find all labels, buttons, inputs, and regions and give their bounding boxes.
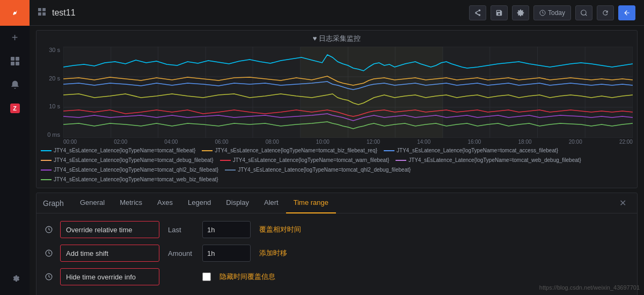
add-time-shift-row: Add time shift Amount 添加时移: [45, 244, 628, 263]
legend-item-9: JTY4_sEsLatence_Latence{logTypeName=tomc…: [41, 175, 218, 185]
topbar: test11 Today: [30, 0, 644, 26]
tab-display[interactable]: Display: [218, 193, 257, 213]
clock-icon-2: [45, 249, 60, 257]
svg-rect-1: [11, 57, 14, 61]
svg-rect-6: [42, 8, 46, 11]
chart-svg: [63, 47, 633, 138]
amount-label: Amount: [159, 249, 202, 257]
override-chinese-text: 覆盖相对时间: [259, 225, 301, 234]
grid-icon: [38, 8, 46, 17]
graph-editor-header: Graph General Metrics Axes Legend Displa…: [36, 193, 637, 213]
legend-item-3: JTY4_sEsLatence_Latence{logTypeName=tomc…: [384, 146, 558, 156]
legend-item-5: JTY4_sEsLatence_Latence{logTypeName=tomc…: [220, 156, 390, 165]
svg-rect-2: [16, 57, 19, 61]
y-label-low: 10 s: [36, 103, 60, 109]
tab-axes[interactable]: Axes: [150, 193, 180, 213]
hide-override-checkbox[interactable]: [202, 272, 211, 281]
hide-time-override-label: Hide time override info: [60, 268, 159, 285]
last-input[interactable]: [202, 221, 251, 238]
svg-rect-8: [42, 12, 46, 16]
sidebar-dashboard[interactable]: [0, 49, 30, 73]
svg-rect-4: [16, 62, 19, 65]
hide-chinese-text: 隐藏时间覆盖信息: [219, 272, 275, 282]
time-range-content: Override relative time Last 覆盖相对时间 Add t…: [36, 213, 637, 295]
sidebar-z[interactable]: Z: [0, 97, 30, 120]
clock-icon-1: [45, 226, 60, 233]
main-content: test11 Today ♥ 日志采集监控: [30, 0, 644, 295]
timeshift-chinese-text: 添加时移: [259, 248, 287, 258]
chart-panel: ♥ 日志采集监控 30 s 20 s 10 s 0 ms: [36, 30, 638, 188]
tab-alert[interactable]: Alert: [257, 193, 286, 213]
graph-editor: Graph General Metrics Axes Legend Displa…: [36, 193, 638, 295]
sidebar: + Z: [0, 0, 30, 295]
search-button[interactable]: [575, 5, 592, 20]
add-time-shift-label: Add time shift: [60, 245, 159, 262]
legend-item-6: JTY4_sEsLatence_Latence{logTypeName=tomc…: [396, 156, 581, 165]
graph-label: Graph: [43, 199, 64, 208]
today-label: Today: [548, 9, 565, 17]
sidebar-add[interactable]: +: [0, 26, 30, 49]
tab-time-range[interactable]: Time range: [286, 193, 336, 213]
y-label-mid: 20 s: [36, 75, 60, 82]
legend-item-2: JTY4_sEsLatence_Latence{logTypeName=tomc…: [202, 146, 377, 156]
chart-y-labels: 30 s 20 s 10 s 0 ms: [36, 47, 62, 138]
y-label-zero: 0 ms: [36, 131, 60, 138]
tab-metrics[interactable]: Metrics: [112, 193, 150, 213]
last-label: Last: [159, 226, 202, 234]
app-logo: [0, 0, 30, 26]
sidebar-settings[interactable]: [0, 267, 30, 291]
svg-rect-30: [301, 47, 443, 138]
close-button[interactable]: ✕: [615, 196, 631, 210]
tab-legend[interactable]: Legend: [180, 193, 218, 213]
legend-item-8: JTY4_sEsLatence_Latence{logTypeName=tomc…: [225, 165, 411, 175]
legend-item-4: JTY4_sEsLatence_Latence{logTypeName=tomc…: [41, 156, 214, 165]
watermark: https://blog.csdn.net/weixin_43697701: [539, 284, 640, 291]
chart-area: 30 s 20 s 10 s 0 ms: [36, 45, 637, 144]
override-relative-time-row: Override relative time Last 覆盖相对时间: [45, 220, 628, 239]
save-button[interactable]: [491, 5, 508, 20]
chart-title: ♥ 日志采集监控: [36, 31, 637, 45]
page-title: test11: [52, 8, 465, 18]
refresh-button[interactable]: [597, 5, 614, 20]
panel-area: ♥ 日志采集监控 30 s 20 s 10 s 0 ms: [30, 26, 644, 295]
amount-input[interactable]: [202, 245, 251, 262]
settings-button[interactable]: [512, 5, 529, 20]
chart-x-labels: 00:0002:0004:0006:00 08:0010:0012:0014:0…: [63, 138, 633, 145]
svg-rect-3: [11, 62, 14, 65]
tab-general[interactable]: General: [72, 193, 112, 213]
clock-icon-3: [45, 273, 60, 281]
today-button[interactable]: Today: [533, 5, 571, 20]
legend-item-1: JTY4_sEsLatence_Latence{logTypeName=tomc…: [41, 146, 195, 156]
chart-legend: JTY4_sEsLatence_Latence{logTypeName=tomc…: [36, 144, 637, 188]
svg-rect-7: [38, 12, 41, 16]
y-label-top: 30 s: [36, 47, 60, 53]
legend-item-7: JTY4_sEsLatence_Latence{logTypeName=tomc…: [41, 165, 218, 175]
sidebar-alerts[interactable]: [0, 73, 30, 97]
back-button[interactable]: [618, 5, 635, 20]
svg-rect-5: [38, 8, 41, 11]
hide-time-override-row: Hide time override info 隐藏时间覆盖信息: [45, 267, 628, 286]
override-relative-time-label: Override relative time: [60, 221, 159, 238]
svg-point-11: [581, 10, 586, 14]
share-button[interactable]: [469, 5, 486, 20]
